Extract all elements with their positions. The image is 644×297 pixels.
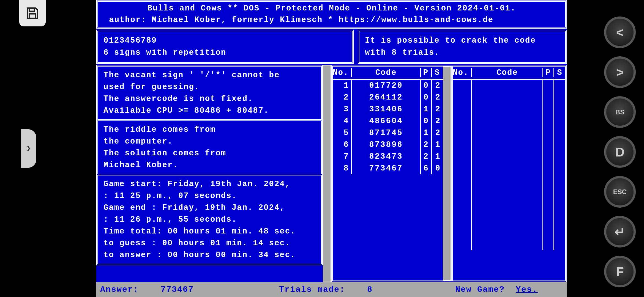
svg-rect-0 — [29, 8, 34, 11]
col-code-2: Code — [472, 68, 543, 77]
hint-box: It is possible to crack the code with 8 … — [358, 30, 567, 64]
expand-tab[interactable]: › — [21, 129, 36, 168]
info-column: The vacant sign ' '/'*' cannot be used f… — [96, 65, 323, 282]
f-button[interactable]: F — [604, 256, 636, 287]
table-row: 587174512 — [333, 127, 443, 139]
table-row: 448660402 — [333, 115, 443, 127]
table-row: 226411202 — [333, 92, 443, 103]
scrollbar-mid[interactable] — [443, 67, 451, 280]
col-no-2: No. — [453, 68, 472, 77]
chevron-right-icon: › — [25, 142, 32, 155]
d-button[interactable]: D — [604, 136, 636, 168]
trials-label: Trials made: — [279, 285, 345, 294]
table-row: 687389621 — [333, 139, 443, 151]
esc-button[interactable]: ESC — [604, 176, 636, 208]
scrollbar-left[interactable] — [323, 65, 331, 282]
svg-rect-1 — [29, 14, 36, 18]
status-bar: Answer: 773467 Trials made: 8 New Game? … — [96, 282, 567, 297]
col-s: S — [432, 68, 443, 77]
col-code: Code — [352, 68, 421, 77]
trials-value: 8 — [367, 285, 373, 294]
author-line: author: Michael Kober, formerly Klimesch… — [101, 14, 563, 26]
title-box: Bulls and Cows ** DOS - Protected Mode -… — [96, 0, 567, 29]
dos-window: Bulls and Cows ** DOS - Protected Mode -… — [96, 0, 567, 297]
prev-button[interactable]: < — [604, 16, 636, 48]
table-row: 333140612 — [333, 103, 443, 115]
digit-set: 0123456789 — [103, 35, 346, 47]
info-box-3: Game start: Friday, 19th Jan. 2024, : 11… — [96, 175, 323, 265]
col-p: P — [421, 68, 432, 77]
table-row: 101772002 — [333, 80, 443, 92]
backspace-button[interactable]: BS — [604, 96, 636, 128]
newgame-answer[interactable]: Yes. — [516, 285, 538, 294]
col-no: No. — [333, 68, 352, 77]
floppy-icon — [25, 6, 40, 21]
info-box-2: The riddle comes from the computer. The … — [96, 121, 323, 175]
save-button[interactable] — [19, 0, 46, 26]
round-button-column: < > BS D ESC ↵ F — [604, 16, 636, 287]
guess-table-2: No. Code P S — [451, 67, 565, 280]
next-button[interactable]: > — [604, 56, 636, 88]
mode-line: 6 signs with repetition — [103, 47, 346, 59]
newgame-label: New Game? — [455, 285, 505, 294]
guess-tables: No. Code P S 101772002226411202333140612… — [331, 65, 567, 282]
guess-table-1: No. Code P S 101772002226411202333140612… — [333, 67, 443, 280]
table-row: 782347321 — [333, 151, 443, 163]
answer-label: Answer: — [100, 285, 139, 294]
table-row: 877346760 — [333, 163, 443, 174]
enter-button[interactable]: ↵ — [604, 216, 636, 248]
app-title: Bulls and Cows ** DOS - Protected Mode -… — [101, 3, 563, 14]
answer-value: 773467 — [161, 285, 194, 294]
digits-box: 0123456789 6 signs with repetition — [96, 30, 354, 64]
info-box-1: The vacant sign ' '/'*' cannot be used f… — [96, 65, 323, 121]
hint-line1: It is possible to crack the code — [365, 35, 560, 47]
col-s-2: S — [554, 68, 565, 77]
col-p-2: P — [543, 68, 554, 77]
hint-line2: with 8 trials. — [365, 47, 560, 59]
